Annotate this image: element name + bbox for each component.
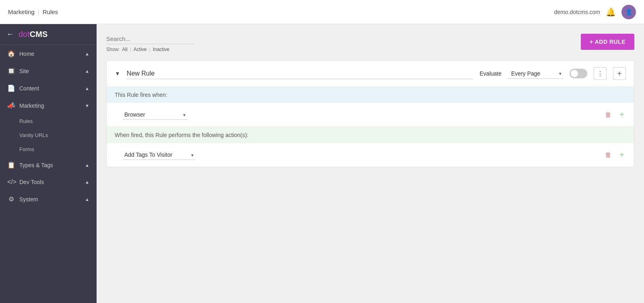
sidebar-item-site[interactable]: 🔲 Site ▲ (0, 62, 97, 80)
sidebar-item-content-label: Content (19, 85, 39, 92)
filter-row: Show: All | Active | Inactive (106, 47, 195, 52)
rule-collapse-chevron[interactable]: ▼ (115, 70, 120, 77)
action-delete-button[interactable]: 🗑 (603, 150, 613, 160)
back-button[interactable]: ← (6, 30, 14, 39)
condition-select[interactable]: Browser Operating System Referring URL V… (123, 110, 187, 120)
home-arrow: ▲ (85, 51, 89, 56)
home-icon: 🏠 (7, 50, 15, 57)
system-arrow: ▲ (85, 197, 89, 202)
actions-header: When fired, this Rule performs the follo… (107, 127, 634, 143)
types-tags-icon: 📋 (7, 161, 15, 169)
header-right: demo.dotcms.com 🔔 👤 (554, 5, 636, 19)
filter-inactive[interactable]: Inactive (153, 47, 169, 52)
logo: dotCMS (19, 30, 47, 39)
sidebar-item-site-label: Site (19, 68, 29, 74)
conditions-header-text: This Rule fires when: (115, 92, 167, 98)
conditions-header: This Rule fires when: (107, 87, 634, 103)
sidebar-logo: ← dotCMS (0, 24, 97, 45)
sidebar-item-rules[interactable]: Rules (0, 114, 97, 128)
condition-add-button[interactable]: + (618, 109, 626, 121)
rule-toggle[interactable] (570, 69, 587, 78)
search-area: Show: All | Active | Inactive (106, 34, 195, 52)
search-bar-row: Show: All | Active | Inactive + ADD RULE (106, 34, 634, 52)
layout: ← dotCMS 🏠 Home ▲ 🔲 Site ▲ 📄 Content (0, 24, 644, 303)
sidebar-item-home[interactable]: 🏠 Home ▲ (0, 45, 97, 62)
breadcrumb-section: Marketing (8, 8, 35, 15)
evaluate-select-wrapper: Every Page Once Once per session (508, 69, 563, 79)
actions-header-text: When fired, this Rule performs the follo… (115, 132, 248, 138)
rule-name-input[interactable] (127, 68, 473, 79)
breadcrumb: Marketing | Rules (8, 8, 58, 15)
types-tags-arrow: ▲ (85, 163, 89, 168)
rule-menu-button[interactable]: ⋮ (594, 67, 607, 80)
sidebar-item-content[interactable]: 📄 Content ▲ (0, 80, 97, 97)
site-arrow: ▲ (85, 69, 89, 74)
sidebar-item-home-label: Home (19, 51, 34, 57)
condition-select-wrapper: Browser Operating System Referring URL V… (123, 110, 187, 120)
add-rule-button[interactable]: + ADD RULE (581, 34, 634, 50)
add-rule-label: + ADD RULE (590, 39, 625, 45)
rule-header: ▼ Evaluate Every Page Once Once per sess… (107, 61, 634, 87)
sidebar-item-vanity-urls[interactable]: Vanity URLs (0, 128, 97, 142)
action-select[interactable]: Add Tags To Visitor Set Session Attribut… (123, 150, 195, 160)
evaluate-label: Evaluate (480, 70, 502, 77)
sidebar-item-forms-label: Forms (19, 146, 34, 152)
sidebar-item-types-tags-label: Types & Tags (19, 162, 53, 168)
action-add-button[interactable]: + (618, 149, 626, 161)
sidebar-item-system-label: System (19, 196, 38, 203)
rule-add-button[interactable]: + (613, 67, 626, 80)
avatar[interactable]: 👤 (621, 5, 636, 19)
marketing-icon: 📣 (7, 102, 15, 109)
system-icon: ⚙ (7, 195, 15, 203)
sidebar: ← dotCMS 🏠 Home ▲ 🔲 Site ▲ 📄 Content (0, 24, 97, 303)
sidebar-item-system[interactable]: ⚙ System ▲ (0, 190, 97, 208)
condition-row: Browser Operating System Referring URL V… (107, 103, 634, 127)
sidebar-item-dev-tools[interactable]: </> Dev Tools ▲ (0, 174, 97, 190)
bell-icon[interactable]: 🔔 (606, 7, 616, 17)
sidebar-item-marketing[interactable]: 📣 Marketing ▼ (0, 97, 97, 114)
content-icon: 📄 (7, 84, 15, 92)
site-icon: 🔲 (7, 67, 15, 75)
dev-tools-icon: </> (7, 178, 15, 186)
filter-all[interactable]: All (122, 47, 127, 52)
domain-label: demo.dotcms.com (554, 9, 600, 15)
condition-delete-button[interactable]: 🗑 (603, 110, 613, 120)
sidebar-item-vanity-urls-label: Vanity URLs (19, 132, 48, 138)
rule-card: ▼ Evaluate Every Page Once Once per sess… (106, 60, 634, 167)
sidebar-item-types-tags[interactable]: 📋 Types & Tags ▲ (0, 156, 97, 174)
content-arrow: ▲ (85, 86, 89, 91)
search-input[interactable] (106, 34, 195, 44)
action-row: Add Tags To Visitor Set Session Attribut… (107, 143, 634, 167)
header-left: Marketing | Rules (8, 8, 58, 15)
sidebar-item-dev-tools-label: Dev Tools (19, 179, 44, 185)
top-header: Marketing | Rules demo.dotcms.com 🔔 👤 (0, 0, 644, 24)
breadcrumb-page: Rules (43, 8, 58, 15)
marketing-arrow: ▼ (85, 103, 89, 108)
main-content: Show: All | Active | Inactive + ADD RULE… (97, 24, 644, 303)
sidebar-item-rules-label: Rules (19, 118, 33, 124)
filter-active[interactable]: Active (134, 47, 147, 52)
evaluate-select[interactable]: Every Page Once Once per session (508, 69, 563, 79)
action-select-wrapper: Add Tags To Visitor Set Session Attribut… (123, 150, 195, 160)
sidebar-item-forms[interactable]: Forms (0, 142, 97, 156)
breadcrumb-separator: | (38, 8, 39, 15)
show-label: Show: (106, 47, 120, 52)
sidebar-item-marketing-label: Marketing (19, 102, 44, 109)
dev-tools-arrow: ▲ (85, 180, 89, 184)
